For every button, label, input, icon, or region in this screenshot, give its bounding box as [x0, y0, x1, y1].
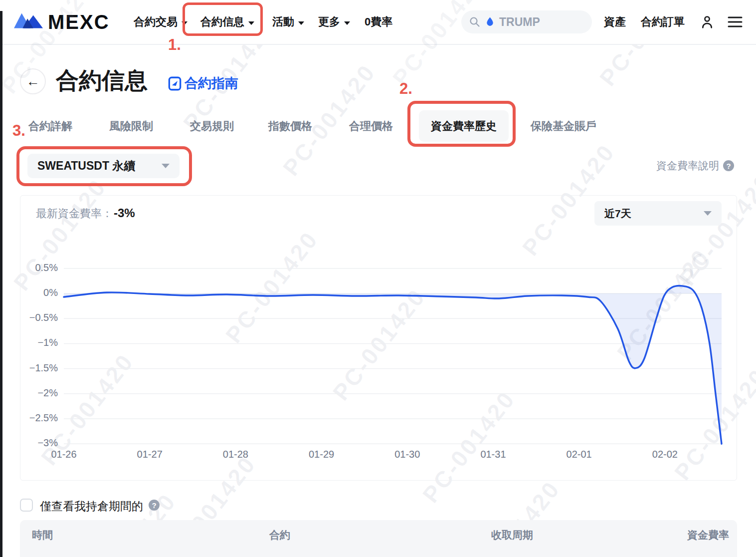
nav-item-more[interactable]: 更多 — [318, 0, 350, 44]
y-axis-tick-label: 0.5% — [15, 262, 58, 274]
x-axis-tick-label: 01-29 — [309, 449, 334, 460]
screen-edge-artifact — [0, 11, 2, 557]
hamburger-menu-icon[interactable] — [727, 15, 743, 28]
latest-funding-rate: 最新資金費率：-3% — [36, 206, 135, 221]
latest-funding-rate-label: 最新資金費率： — [36, 207, 113, 220]
y-axis-tick-label: −1% — [15, 337, 58, 348]
funding-rate-help: 資金費率說明 ? — [656, 159, 734, 173]
futures-guide-link[interactable]: 合約指南 — [168, 74, 238, 92]
nav-item-zero-fee[interactable]: 0費率 — [365, 0, 392, 44]
x-axis-tick-label: 01-31 — [480, 449, 506, 460]
dropdown-triangle-icon — [704, 211, 712, 216]
col-header-interval: 收取周期 — [491, 528, 533, 542]
nav-item-activities[interactable]: 活動 — [272, 0, 304, 44]
question-mark-icon[interactable]: ? — [723, 160, 734, 171]
mexc-logo[interactable]: MEXC — [14, 0, 110, 44]
x-axis-tick-label: 01-30 — [394, 449, 420, 460]
symbol-select-value: SWEATUSDT 永續 — [37, 158, 135, 174]
tab-fair-price[interactable]: 合理價格 — [349, 119, 393, 134]
tab-funding-rate-history[interactable]: 資金費率歷史 — [419, 110, 509, 142]
page-title: 合約信息 — [56, 65, 148, 96]
tab-contract-details[interactable]: 合約詳解 — [28, 119, 72, 134]
chevron-down-icon — [344, 21, 350, 25]
symbol-select-dropdown[interactable]: SWEATUSDT 永續 — [27, 154, 180, 178]
funding-history-table-header: 時間 合約 收取周期 資金費率 — [20, 520, 737, 557]
x-axis-tick-label: 02-02 — [652, 449, 678, 460]
funding-rate-line-chart[interactable] — [20, 250, 737, 469]
top-navbar: MEXC 合約交易 合約信息 活動 更多 0費率 — [0, 0, 756, 45]
x-axis-tick-label: 02-01 — [567, 449, 592, 460]
chevron-down-icon — [298, 21, 304, 25]
x-axis-tick-label: 01-27 — [137, 449, 163, 460]
latest-funding-rate-value: -3% — [114, 206, 135, 220]
back-arrow-icon: ← — [26, 74, 40, 89]
mexc-funding-rate-page: PC-001420PC-001420PC-001420PC-001420PC-0… — [0, 0, 756, 557]
annotation-label-step3: 3. — [12, 122, 25, 140]
x-axis-tick-label: 01-28 — [223, 449, 248, 460]
dropdown-triangle-icon — [162, 164, 170, 168]
nav-link-assets[interactable]: 資產 — [604, 0, 626, 44]
col-header-time: 時間 — [32, 528, 53, 542]
x-axis-tick-label: 01-26 — [51, 449, 76, 460]
nav-item-futures-trading[interactable]: 合約交易 — [134, 0, 188, 44]
col-header-rate: 資金費率 — [687, 528, 729, 542]
y-axis-tick-label: −3% — [15, 437, 58, 449]
tab-trading-rules[interactable]: 交易規則 — [190, 119, 234, 134]
chevron-down-icon — [182, 21, 188, 25]
col-header-contract: 合約 — [269, 528, 290, 542]
tab-risk-limit[interactable]: 風險限制 — [109, 119, 153, 134]
back-button[interactable]: ← — [20, 68, 46, 94]
only-my-positions-label: 僅查看我持倉期間的 — [40, 499, 143, 514]
y-axis-tick-label: −2.5% — [15, 412, 58, 424]
tab-index-price[interactable]: 指數價格 — [268, 119, 312, 134]
tab-insurance-fund[interactable]: 保險基金賬戶 — [531, 119, 596, 134]
mexc-logo-icon — [14, 12, 43, 32]
account-person-icon[interactable] — [699, 14, 715, 30]
y-axis-tick-label: −2% — [15, 387, 58, 399]
y-axis-tick-label: −1.5% — [15, 362, 58, 374]
time-range-value: 近7天 — [604, 207, 631, 221]
search-icon — [469, 16, 481, 28]
nav-item-futures-info[interactable]: 合約信息 — [200, 0, 254, 44]
mexc-logo-text: MEXC — [48, 11, 110, 33]
nav-link-futures-orders[interactable]: 合約訂單 — [641, 0, 685, 44]
guide-book-icon — [168, 76, 182, 91]
search-box[interactable]: TRUMP — [461, 10, 592, 33]
annotation-label-step2: 2. — [399, 80, 412, 98]
chevron-down-icon — [248, 21, 254, 25]
hot-token-drop-icon — [485, 16, 495, 27]
question-mark-icon[interactable]: ? — [149, 500, 160, 511]
time-range-dropdown[interactable]: 近7天 — [594, 201, 722, 226]
y-axis-tick-label: 0% — [15, 287, 58, 298]
y-axis-tick-label: −0.5% — [15, 312, 58, 323]
only-my-positions-checkbox[interactable] — [20, 499, 33, 512]
search-placeholder: TRUMP — [499, 15, 540, 29]
